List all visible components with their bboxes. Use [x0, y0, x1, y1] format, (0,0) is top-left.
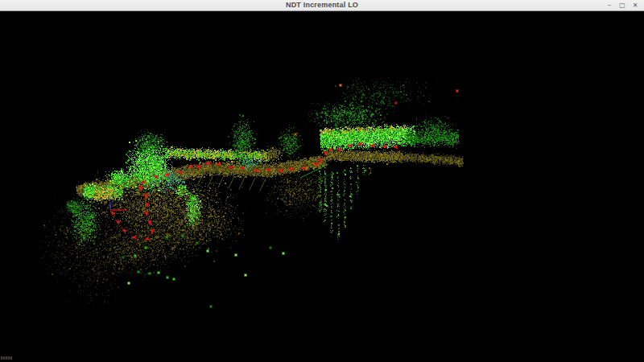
pointcloud-viewport[interactable]: [0, 11, 644, 362]
pointcloud-canvas[interactable]: [0, 11, 644, 362]
app-window: NDT Incremental LO − ▢ ✕: [0, 0, 644, 362]
status-text-illegible: [1, 356, 12, 360]
titlebar[interactable]: NDT Incremental LO − ▢ ✕: [0, 0, 644, 11]
window-title: NDT Incremental LO: [0, 0, 644, 10]
close-icon[interactable]: ✕: [630, 1, 640, 10]
minimize-icon[interactable]: −: [605, 1, 614, 10]
maximize-icon[interactable]: ▢: [617, 1, 627, 10]
window-controls: − ▢ ✕: [605, 0, 640, 10]
